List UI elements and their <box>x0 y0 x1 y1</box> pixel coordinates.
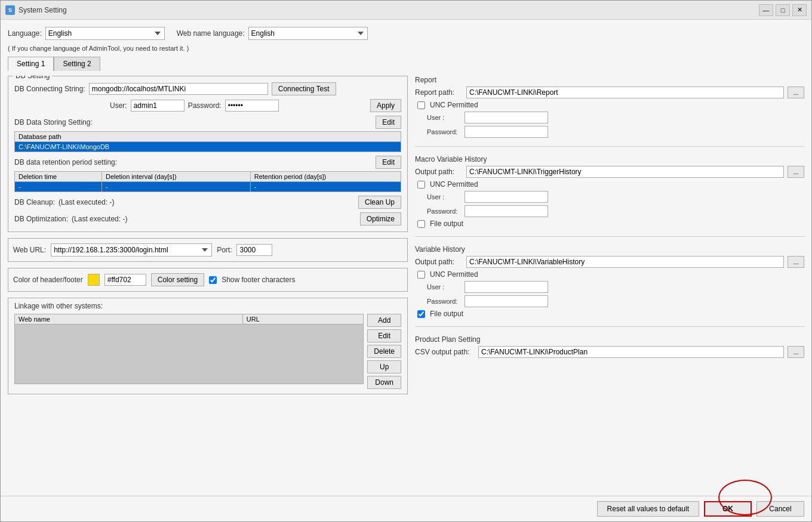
retention-table: Deletion time Deletion interval (day[s])… <box>14 171 401 192</box>
variable-unc-label: UNC Permitted <box>430 270 478 279</box>
macro-password-input[interactable] <box>465 205 548 217</box>
title-bar: S System Setting ― □ ✕ <box>1 1 811 20</box>
variable-password-label: Password: <box>427 298 460 305</box>
variable-section: Variable History Output path: ... UNC Pe… <box>415 245 804 318</box>
macro-unc-checkbox[interactable] <box>417 181 425 189</box>
macro-password-row: Password: <box>415 205 804 217</box>
cleanup-button[interactable]: Clean Up <box>358 196 401 209</box>
optimize-button[interactable]: Optimize <box>360 212 401 226</box>
retention-interval-cell: - <box>102 182 250 192</box>
color-hex-input[interactable] <box>104 274 146 286</box>
variable-user-input[interactable] <box>465 281 548 293</box>
variable-browse-button[interactable]: ... <box>788 256 804 268</box>
cleanup-row: DB Cleanup: (Last executed: -) Clean Up <box>14 196 401 209</box>
tabs-container: Setting 1 Setting 2 <box>8 57 804 71</box>
linkage-section: Linkage with other systems: Web name URL <box>8 298 408 394</box>
divider-3 <box>415 326 804 327</box>
connecting-string-input[interactable] <box>89 83 268 95</box>
linkage-empty-row <box>15 325 364 384</box>
report-browse-button[interactable]: ... <box>788 87 804 98</box>
report-password-input[interactable] <box>465 126 548 138</box>
variable-password-row: Password: <box>415 295 804 307</box>
web-url-label: Web URL: <box>13 246 46 254</box>
cancel-button[interactable]: Cancel <box>756 501 804 517</box>
report-unc-checkbox[interactable] <box>417 101 425 109</box>
macro-password-label: Password: <box>427 208 460 215</box>
report-password-row: Password: <box>415 126 804 138</box>
linkage-title: Linkage with other systems: <box>14 302 401 310</box>
linkage-edit-button[interactable]: Edit <box>367 329 401 342</box>
variable-unc-row: UNC Permitted <box>415 270 804 279</box>
optimize-row: DB Optimization: (Last executed: -) Opti… <box>14 212 401 226</box>
user-password-row: User: Password: Apply <box>14 99 401 112</box>
edit-retention-button[interactable]: Edit <box>376 156 401 169</box>
web-url-select[interactable]: http://192.168.1.235:3000/login.html <box>51 243 212 257</box>
db-setting-content: DB Connecting String: Connecting Test Us… <box>14 82 401 226</box>
db-path-row[interactable]: C:\FANUC\MT-LINKi\MongoDB <box>15 142 401 152</box>
tab-setting1[interactable]: Setting 1 <box>8 57 54 71</box>
product-browse-button[interactable]: ... <box>788 346 804 358</box>
macro-user-label: User : <box>427 193 460 200</box>
linkage-down-button[interactable]: Down <box>367 376 401 389</box>
main-area: DB Setting DB Connecting String: Connect… <box>8 76 804 489</box>
retention-header-period: Retention period (day[s]) <box>250 172 401 182</box>
product-csv-input[interactable] <box>478 346 784 358</box>
macro-file-output-checkbox[interactable] <box>417 220 425 228</box>
language-label: Language: <box>8 29 42 38</box>
tab-setting2[interactable]: Setting 2 <box>54 57 100 71</box>
db-data-storing-section: DB Data Storing Setting: Edit Database p… <box>14 116 401 152</box>
close-button[interactable]: ✕ <box>792 4 807 16</box>
linkage-header-webname: Web name <box>15 314 243 325</box>
linkage-content: Web name URL <box>14 314 401 389</box>
variable-password-input[interactable] <box>465 295 548 307</box>
macro-unc-row: UNC Permitted <box>415 180 804 189</box>
port-input[interactable] <box>236 244 272 256</box>
password-input[interactable] <box>225 100 279 112</box>
macro-user-row: User : <box>415 191 804 203</box>
port-label: Port: <box>217 246 232 254</box>
linkage-delete-button[interactable]: Delete <box>367 345 401 358</box>
password-label: Password: <box>188 101 222 110</box>
linkage-table: Web name URL <box>14 314 364 384</box>
connecting-string-row: DB Connecting String: Connecting Test <box>14 82 401 95</box>
linkage-empty-cell <box>15 325 364 384</box>
ok-button[interactable]: OK <box>704 501 752 517</box>
maximize-button[interactable]: □ <box>776 4 790 16</box>
report-path-input[interactable] <box>466 87 784 98</box>
macro-title: Macro Variable History <box>415 155 804 163</box>
show-footer-checkbox[interactable] <box>209 276 217 284</box>
retention-period-cell: - <box>250 182 401 192</box>
linkage-buttons: Add Edit Delete Up Down <box>367 314 401 389</box>
language-row: Language: English Japanese Web name lang… <box>8 27 804 40</box>
user-label: User: <box>110 101 127 110</box>
optimize-last: (Last executed: -) <box>72 215 127 223</box>
reset-defaults-button[interactable]: Reset all values to default <box>597 501 699 517</box>
variable-file-output-checkbox[interactable] <box>417 310 425 318</box>
web-name-language-select[interactable]: English Japanese <box>248 27 368 40</box>
color-setting-button[interactable]: Color setting <box>151 273 204 286</box>
retention-row[interactable]: - - - <box>15 182 401 192</box>
minimize-button[interactable]: ― <box>759 4 773 16</box>
apply-button[interactable]: Apply <box>370 99 401 112</box>
user-input[interactable] <box>131 100 184 112</box>
product-csv-row: CSV output path: ... <box>415 346 804 358</box>
product-section: Product Plan Setting CSV output path: ..… <box>415 335 804 358</box>
linkage-add-button[interactable]: Add <box>367 314 401 327</box>
show-footer-label: Show footer characters <box>222 276 295 284</box>
color-swatch[interactable] <box>88 274 100 286</box>
connecting-test-button[interactable]: Connecting Test <box>272 82 336 95</box>
macro-path-input[interactable] <box>466 166 784 178</box>
macro-browse-button[interactable]: ... <box>788 166 804 178</box>
edit-db-path-button[interactable]: Edit <box>376 116 401 129</box>
content-area: Language: English Japanese Web name lang… <box>1 20 811 496</box>
linkage-header-url: URL <box>242 314 364 325</box>
variable-path-input[interactable] <box>466 256 784 268</box>
cleanup-last: (Last executed: -) <box>59 198 114 206</box>
linkage-up-button[interactable]: Up <box>367 360 401 373</box>
report-user-label: User : <box>427 114 460 121</box>
language-form: Language: English Japanese <box>8 27 165 40</box>
language-select[interactable]: English Japanese <box>45 27 165 40</box>
variable-unc-checkbox[interactable] <box>417 271 425 279</box>
macro-user-input[interactable] <box>465 191 548 203</box>
report-user-input[interactable] <box>465 112 548 123</box>
